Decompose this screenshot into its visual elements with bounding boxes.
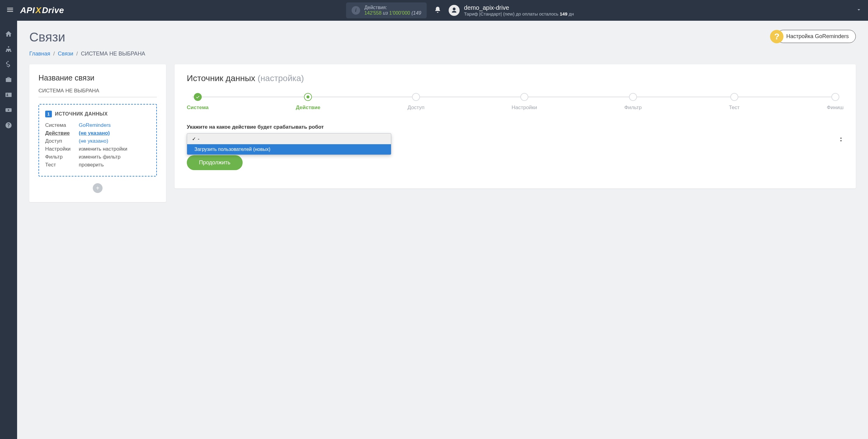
- select-chevrons-icon: ▲▼: [840, 136, 842, 142]
- step-finish[interactable]: Финиш: [827, 93, 844, 111]
- user-menu-toggle[interactable]: [856, 7, 862, 14]
- breadcrumb: Главная / Связи / СИСТЕМА НЕ ВЫБРАНА: [29, 50, 856, 57]
- system-link[interactable]: GoReminders: [79, 122, 111, 128]
- row-access: Доступ (не указано): [45, 138, 150, 144]
- info-icon: i: [351, 6, 360, 14]
- step-settings[interactable]: Настройки: [512, 93, 537, 111]
- row-settings: Настройки изменить настройки: [45, 146, 150, 152]
- sidebar-billing[interactable]: [0, 57, 17, 72]
- notifications-button[interactable]: [434, 6, 441, 14]
- filter-link[interactable]: изменить фильтр: [79, 154, 121, 160]
- dollar-icon: [5, 61, 12, 68]
- continue-button[interactable]: Продолжить: [187, 155, 243, 170]
- svg-rect-1: [6, 50, 7, 52]
- svg-rect-2: [8, 50, 9, 52]
- box-title: ИСТОЧНИК ДАННЫХ: [55, 111, 108, 117]
- configuration-card: Источник данных (настройка) Система Дейс…: [175, 64, 856, 189]
- left-card-title: Название связи: [38, 73, 157, 82]
- svg-rect-0: [8, 46, 9, 47]
- topbar: APIXDrive i Действия: 142'558 из 1'000'0…: [0, 0, 868, 21]
- sitemap-icon: [5, 45, 12, 53]
- sidebar-briefcase[interactable]: [0, 72, 17, 87]
- user-icon: [451, 7, 458, 14]
- briefcase-icon: [5, 76, 12, 83]
- action-select-label: Укажите на какое действие будет срабатыв…: [187, 124, 844, 130]
- bell-icon: [434, 6, 441, 13]
- access-link[interactable]: (не указано): [79, 138, 108, 144]
- user-plan: Тариф |Стандарт| (new) до оплаты осталос…: [464, 11, 574, 16]
- dropdown-menu: - Загрузить пользователей (новых): [187, 133, 391, 155]
- sidebar-video[interactable]: [0, 102, 17, 118]
- question-icon: [5, 122, 12, 129]
- connection-name-card: Название связи СИСТЕМА НЕ ВЫБРАНА 1 ИСТО…: [29, 64, 166, 202]
- actions-count: 142'558 из 1'000'000 (149: [364, 10, 422, 16]
- test-link[interactable]: проверить: [79, 162, 104, 168]
- svg-rect-3: [10, 50, 11, 52]
- step-system[interactable]: Система: [187, 93, 209, 111]
- left-card-subtitle: СИСТЕМА НЕ ВЫБРАНА: [38, 88, 157, 97]
- action-link[interactable]: (не указано): [79, 130, 110, 136]
- breadcrumb-home[interactable]: Главная: [29, 50, 50, 57]
- data-source-box: 1 ИСТОЧНИК ДАННЫХ Система GoReminders Де…: [38, 104, 157, 176]
- actions-counter[interactable]: i Действия: 142'558 из 1'000'000 (149: [346, 2, 427, 18]
- row-filter: Фильтр изменить фильтр: [45, 154, 150, 160]
- help-pill[interactable]: ? Настройка GoReminders: [777, 30, 856, 43]
- id-card-icon: [5, 91, 12, 98]
- breadcrumb-links[interactable]: Связи: [58, 50, 73, 57]
- row-action: Действие (не указано): [45, 130, 150, 136]
- settings-link[interactable]: изменить настройки: [79, 146, 127, 152]
- sidebar: [0, 21, 17, 439]
- sidebar-contacts[interactable]: [0, 87, 17, 102]
- step-test[interactable]: Тест: [729, 93, 740, 111]
- user-menu[interactable]: demo_apix-drive Тариф |Стандарт| (new) д…: [448, 4, 574, 16]
- row-system: Система GoReminders: [45, 122, 150, 128]
- main-content: Связи ? Настройка GoReminders Главная / …: [17, 21, 868, 439]
- add-destination-button[interactable]: +: [93, 183, 102, 193]
- check-icon: [196, 95, 200, 99]
- dropdown-option-none[interactable]: -: [187, 134, 391, 144]
- step-access[interactable]: Доступ: [407, 93, 424, 111]
- help-label: Настройка GoReminders: [777, 30, 856, 43]
- user-avatar: [448, 5, 460, 16]
- dropdown-option-load-users[interactable]: Загрузить пользователей (новых): [187, 144, 391, 155]
- row-test: Тест проверить: [45, 162, 150, 168]
- sidebar-home[interactable]: [0, 26, 17, 41]
- hamburger-menu[interactable]: [6, 6, 14, 15]
- breadcrumb-current: СИСТЕМА НЕ ВЫБРАНА: [81, 50, 145, 57]
- page-title: Связи: [29, 30, 65, 44]
- help-badge-icon: ?: [770, 30, 783, 43]
- actions-label: Действия:: [364, 5, 422, 10]
- home-icon: [5, 30, 12, 37]
- right-card-title: Источник данных (настройка): [187, 73, 844, 83]
- chevron-down-icon: [856, 7, 862, 13]
- hamburger-icon: [6, 6, 14, 14]
- youtube-icon: [5, 106, 12, 114]
- step-action[interactable]: Действие: [296, 93, 320, 111]
- stepper: Система Действие Доступ Настройки Фильтр: [187, 93, 844, 111]
- user-name: demo_apix-drive: [464, 4, 574, 11]
- sidebar-help[interactable]: [0, 118, 17, 133]
- step-filter[interactable]: Фильтр: [624, 93, 642, 111]
- sidebar-connections[interactable]: [0, 41, 17, 57]
- box-number-badge: 1: [45, 111, 52, 117]
- logo[interactable]: APIXDrive: [20, 5, 64, 15]
